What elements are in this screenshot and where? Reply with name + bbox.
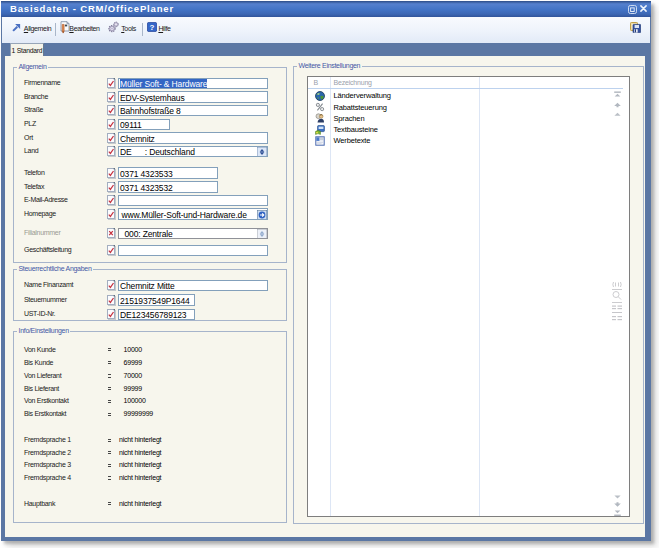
svg-text:?: ? xyxy=(150,23,155,32)
